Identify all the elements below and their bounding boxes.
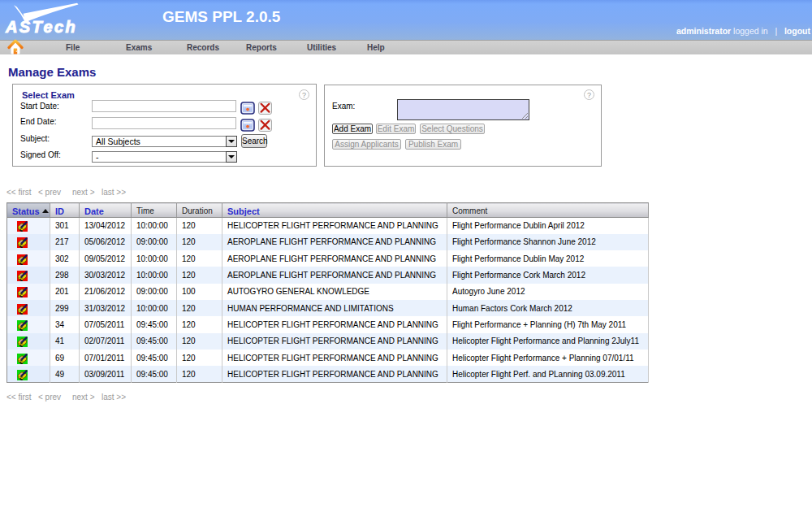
svg-text:ASTech: ASTech bbox=[5, 18, 77, 36]
